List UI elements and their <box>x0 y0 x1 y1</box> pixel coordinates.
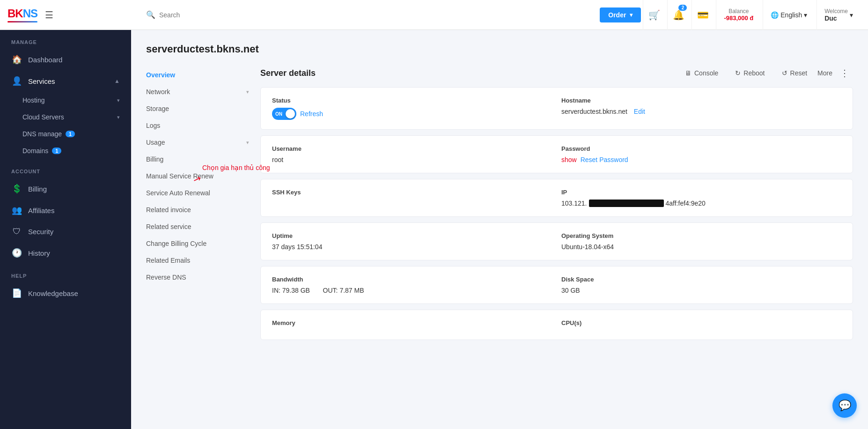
server-details-title: Server details <box>260 68 675 78</box>
sidebar-item-history[interactable]: 🕐 History <box>0 242 131 264</box>
cpu-label: CPU(s) <box>561 319 841 326</box>
username-field: Username root <box>272 145 552 163</box>
chat-icon: 💬 <box>839 399 851 412</box>
sidebar-item-knowledgebase[interactable]: 📄 Knowledgebase <box>0 282 131 304</box>
balance-area[interactable]: Balance -983,000 đ <box>716 0 761 30</box>
domains-badge: 1 <box>52 148 61 154</box>
bandwidth-field: Bandwidth IN: 79.38 GB OUT: 7.87 MB <box>272 276 552 294</box>
sidebar-item-affiliates[interactable]: 👥 Affiliates <box>0 200 131 221</box>
topnav: BK NS ☰ 🔍 Order ▾ 🛒 🔔 2 💳 Balance -983,0… <box>0 0 868 30</box>
left-nav-storage[interactable]: Storage <box>146 100 249 117</box>
sidebar-item-security[interactable]: 🛡 Security <box>0 221 131 242</box>
sidebar-affiliates-label: Affiliates <box>28 207 120 214</box>
reset-password-link[interactable]: Reset Password <box>581 156 628 163</box>
order-button[interactable]: Order ▾ <box>600 7 641 22</box>
user-password-card: Username root Password show Reset Passwo… <box>260 135 853 173</box>
history-icon: 🕐 <box>11 248 22 258</box>
left-nav-reverse-dns[interactable]: Reverse DNS <box>146 269 249 286</box>
user-name: Duc <box>824 15 848 22</box>
left-nav: Overview Network ▾ Storage Logs Usage ▾ <box>146 67 249 346</box>
sidebar-billing-label: Billing <box>28 185 120 193</box>
left-nav-manual-renew[interactable]: Manual Service Renew <box>146 168 213 185</box>
usage-chevron-icon: ▾ <box>246 140 249 146</box>
left-nav-network[interactable]: Network ▾ <box>146 83 249 100</box>
sidebar-help-title: HELP <box>0 264 131 282</box>
memory-field: Memory <box>272 319 552 330</box>
console-button[interactable]: 🖥 Console <box>678 67 725 80</box>
sidebar-item-dashboard[interactable]: 🏠 Dashboard <box>0 49 131 70</box>
left-nav-usage[interactable]: Usage ▾ <box>146 134 249 151</box>
left-nav-related-service[interactable]: Related service <box>146 218 249 235</box>
hosting-chevron-icon: ▾ <box>117 97 120 104</box>
toggle-knob <box>286 109 295 118</box>
left-nav-related-emails[interactable]: Related Emails <box>146 252 249 269</box>
search-input[interactable] <box>159 11 300 19</box>
wallet-button[interactable]: 💳 <box>691 0 714 30</box>
more-dots-button[interactable]: ⋮ <box>836 67 853 79</box>
show-password-link[interactable]: show <box>561 156 577 163</box>
logo: BK NS <box>7 7 37 22</box>
bandwidth-value: IN: 79.38 GB OUT: 7.87 MB <box>272 287 552 294</box>
status-hostname-card: Status ON Refresh Hostnam <box>260 87 853 130</box>
toggle-wrap: ON <box>272 108 296 120</box>
logo-ns: NS <box>23 7 37 20</box>
left-nav-change-billing[interactable]: Change Billing Cycle <box>146 235 249 252</box>
sidebar-item-services[interactable]: 👤 Services ▲ <box>0 70 131 92</box>
sidebar-services-label: Services <box>28 77 109 85</box>
sidebar-item-domains[interactable]: Domains 1 <box>0 142 131 159</box>
sidebar-manage-title: MANAGE <box>0 30 131 49</box>
bandwidth-label: Bandwidth <box>272 276 552 283</box>
chat-bubble-button[interactable]: 💬 <box>832 393 857 418</box>
left-nav-billing[interactable]: Billing <box>146 151 249 168</box>
sidebar-item-cloud-servers[interactable]: Cloud Servers ▾ <box>0 109 131 126</box>
affiliates-icon: 👥 <box>11 205 22 215</box>
left-nav-auto-renewal[interactable]: Service Auto Renewal <box>146 185 249 201</box>
sidebar-history-label: History <box>28 249 120 257</box>
body-wrap: MANAGE 🏠 Dashboard 👤 Services ▲ Hosting … <box>0 30 868 429</box>
sidebar-knowledgebase-label: Knowledgebase <box>28 289 120 297</box>
sidebar-dashboard-label: Dashboard <box>28 56 120 64</box>
power-toggle[interactable]: ON <box>272 108 296 120</box>
refresh-link[interactable]: Refresh <box>300 110 323 118</box>
bandwidth-disk-card: Bandwidth IN: 79.38 GB OUT: 7.87 MB Disk… <box>260 266 853 304</box>
lang-chevron-icon: ▾ <box>804 11 807 19</box>
uptime-label: Uptime <box>272 232 552 239</box>
left-nav-logs[interactable]: Logs <box>146 117 249 134</box>
user-menu[interactable]: Welcome Duc ▾ <box>817 0 861 30</box>
wallet-icon: 💳 <box>697 9 709 21</box>
reboot-button[interactable]: ↻ Reboot <box>728 67 771 80</box>
password-field: Password show Reset Password <box>561 145 841 163</box>
more-label: More <box>817 69 832 77</box>
language-label: English <box>780 11 802 19</box>
left-nav-overview[interactable]: Overview <box>146 67 249 83</box>
page-title: serverductest.bkns.net <box>146 43 853 55</box>
search-icon: 🔍 <box>146 10 155 19</box>
left-nav-related-invoice[interactable]: Related invoice <box>146 201 249 218</box>
right-content: Server details 🖥 Console ↻ Reboot ↺ Rese… <box>260 67 853 346</box>
knowledgebase-icon: 📄 <box>11 288 22 298</box>
security-icon: 🛡 <box>11 227 22 237</box>
ssh-keys-label: SSH Keys <box>272 189 552 196</box>
cart-button[interactable]: 🛒 <box>643 0 665 30</box>
username-value: root <box>272 156 552 163</box>
logo-underline <box>7 21 37 22</box>
reset-button[interactable]: ↺ Reset <box>775 67 814 80</box>
hostname-value: serverductest.bkns.net Edit <box>561 108 841 115</box>
hamburger-icon[interactable]: ☰ <box>45 9 53 21</box>
language-selector[interactable]: 🌐 English ▾ <box>763 0 815 30</box>
globe-icon: 🌐 <box>771 11 779 19</box>
sidebar-dns-label: DNS manage <box>22 130 62 138</box>
sidebar-item-hosting[interactable]: Hosting ▾ <box>0 92 131 109</box>
dns-badge: 1 <box>66 131 75 137</box>
cart-icon: 🛒 <box>648 9 660 21</box>
sidebar-item-billing[interactable]: 💲 Billing <box>0 178 131 200</box>
sidebar-account-title: ACCOUNT <box>0 159 131 178</box>
reboot-icon: ↻ <box>735 69 741 77</box>
sidebar-security-label: Security <box>28 228 120 236</box>
edit-hostname-link[interactable]: Edit <box>634 108 645 115</box>
notification-button[interactable]: 🔔 2 <box>667 0 690 30</box>
services-chevron-icon: ▲ <box>114 78 120 84</box>
sidebar-item-dns-manage[interactable]: DNS manage 1 <box>0 126 131 142</box>
logo-area: BK NS ☰ <box>7 7 139 22</box>
sidebar-domains-label: Domains <box>22 147 48 155</box>
